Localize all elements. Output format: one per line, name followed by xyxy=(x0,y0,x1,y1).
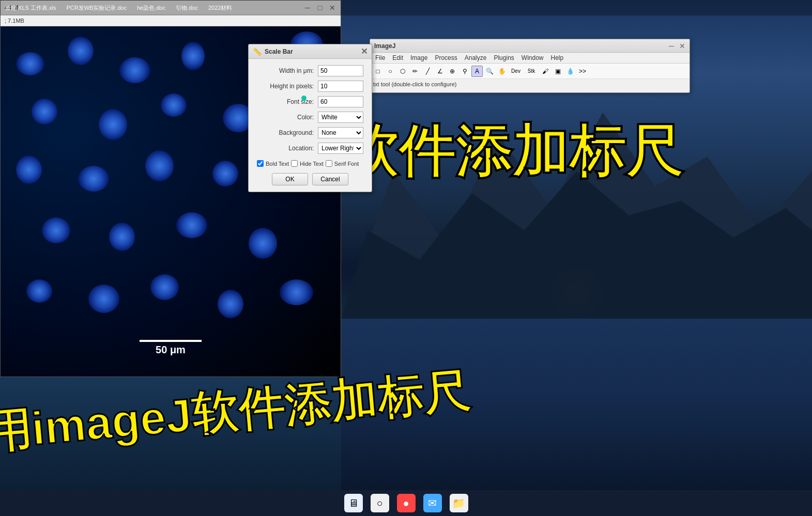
taskbar-icon-1[interactable]: 🖥 xyxy=(344,494,363,512)
tool-stk[interactable]: Stk xyxy=(524,66,539,77)
nucleus-14 xyxy=(145,150,174,181)
tool-line[interactable]: ╱ xyxy=(422,66,433,77)
tool-polygon[interactable]: ⬡ xyxy=(397,66,408,77)
nucleus-22 xyxy=(88,285,119,313)
taskbar-item-pcr[interactable]: PCR发WB实验记录.doc xyxy=(66,4,127,12)
imagej-title: ImageJ xyxy=(374,42,395,50)
microscopy-statusbar: ; 7.1MB xyxy=(1,15,341,26)
hide-text-input[interactable] xyxy=(291,160,298,167)
bold-text-input[interactable] xyxy=(257,160,264,167)
color-select[interactable]: White Black Gray Red Green Blue Yellow xyxy=(318,112,363,123)
nucleus-17 xyxy=(42,217,70,243)
ok-button[interactable]: OK xyxy=(272,173,308,185)
height-input[interactable] xyxy=(318,81,363,92)
dialog-body: Width in μm: Height in pixels: Font size… xyxy=(249,59,372,192)
tool-fill[interactable]: ▣ xyxy=(552,66,563,77)
tool-zoom[interactable]: 🔍 xyxy=(484,66,495,77)
background-select-wrap: None White Black xyxy=(318,127,363,138)
nucleus-1 xyxy=(16,52,44,75)
color-select-wrap: White Black Gray Red Green Blue Yellow xyxy=(318,112,363,123)
background-row: Background: None White Black xyxy=(257,127,363,138)
nucleus-9 xyxy=(161,93,187,117)
background-select[interactable]: None White Black xyxy=(318,127,363,138)
imagej-statusbar: txt tool (double-click to configure) xyxy=(370,79,690,89)
menu-plugins[interactable]: Plugins xyxy=(491,54,517,62)
nucleus-13 xyxy=(78,166,109,192)
imagej-status-text: txt tool (double-click to configure) xyxy=(373,81,456,87)
taskbar-item-primers[interactable]: 引物.doc xyxy=(176,4,198,12)
taskbar-item-2022[interactable]: 2022材料 xyxy=(208,4,232,12)
menu-help[interactable]: Help xyxy=(548,54,567,62)
imagej-close[interactable]: ✕ xyxy=(679,42,685,50)
bold-text-label: Bold Text xyxy=(266,161,289,167)
imagej-menubar: File Edit Image Process Analyze Plugins … xyxy=(370,53,690,64)
width-label: Width in μm: xyxy=(257,67,318,74)
nucleus-20 xyxy=(249,228,277,259)
imagej-window: ImageJ ─ ✕ File Edit Image Process Analy… xyxy=(370,39,690,93)
color-label: Color: xyxy=(257,114,318,121)
scale-bar-line xyxy=(140,340,202,342)
menu-file[interactable]: File xyxy=(372,54,388,62)
nucleus-2 xyxy=(68,37,94,65)
serif-font-label: Serif Font xyxy=(334,161,359,167)
nucleus-15 xyxy=(212,161,238,186)
taskbar-icon-4[interactable]: ✉ xyxy=(423,494,442,512)
tool-angle[interactable]: ∠ xyxy=(434,66,446,77)
taskbar-icon-2[interactable]: ○ xyxy=(371,494,389,512)
tool-paintbrush[interactable]: 🖌 xyxy=(540,66,551,77)
tool-more[interactable]: >> xyxy=(577,66,588,77)
scale-bar-dialog: 📏 Scale Bar ✕ Width in μm: Height in pix… xyxy=(248,44,372,192)
scale-bar-label: 50 μm xyxy=(156,344,186,355)
font-size-input[interactable] xyxy=(318,96,363,107)
serif-font-input[interactable] xyxy=(326,160,332,167)
serif-font-checkbox[interactable]: Serif Font xyxy=(326,160,359,167)
cancel-button[interactable]: Cancel xyxy=(312,173,348,185)
tool-oval[interactable]: ○ xyxy=(385,66,396,77)
nucleus-12 xyxy=(16,155,42,184)
taskbar-item-he[interactable]: he染色.doc xyxy=(137,4,165,12)
dialog-title: Scale Bar xyxy=(265,48,293,55)
menu-analyze[interactable]: Analyze xyxy=(462,54,490,62)
tool-point[interactable]: ⊕ xyxy=(447,66,458,77)
dialog-close-button[interactable]: ✕ xyxy=(361,46,367,56)
imagej-titlebar: ImageJ ─ ✕ xyxy=(370,39,690,53)
tool-rectangle[interactable]: □ xyxy=(372,66,384,77)
menu-window[interactable]: Window xyxy=(518,54,547,62)
tool-text[interactable]: A xyxy=(471,66,483,77)
menu-process[interactable]: Process xyxy=(432,54,460,62)
font-size-label: Font size: xyxy=(257,98,318,105)
checkbox-group: Bold Text Hide Text Serif Font xyxy=(257,158,363,171)
location-select[interactable]: Lower Right Lower Left Upper Right Upper… xyxy=(318,143,363,154)
tool-hand[interactable]: ✋ xyxy=(496,66,508,77)
taskbar-icon-5[interactable]: 📁 xyxy=(450,494,468,512)
location-select-wrap: Lower Right Lower Left Upper Right Upper… xyxy=(318,143,363,154)
taskbar-item-xls[interactable]: 新建 XLS 工作表.xls xyxy=(5,4,56,12)
height-row: Height in pixels: xyxy=(257,81,363,92)
cursor-indicator xyxy=(301,96,307,101)
height-label: Height in pixels: xyxy=(257,83,318,90)
tool-eyedropper[interactable]: 💧 xyxy=(564,66,576,77)
tool-wand[interactable]: ⚲ xyxy=(459,66,470,77)
menu-image[interactable]: Image xyxy=(407,54,431,62)
location-row: Location: Lower Right Lower Left Upper R… xyxy=(257,143,363,154)
nucleus-7 xyxy=(32,99,57,124)
imagej-toolbar: □ ○ ⬡ ✏ ╱ ∠ ⊕ ⚲ A 🔍 ✋ Dev Stk 🖌 ▣ 💧 >> xyxy=(370,64,690,79)
dialog-buttons-group: OK Cancel xyxy=(257,171,363,185)
menu-edit[interactable]: Edit xyxy=(389,54,406,62)
tool-dev[interactable]: Dev xyxy=(509,66,523,77)
font-size-row: Font size: xyxy=(257,96,363,107)
bold-text-checkbox[interactable]: Bold Text xyxy=(257,160,289,167)
nucleus-18 xyxy=(109,223,135,251)
scale-bar-overlay: 50 μm xyxy=(140,340,202,356)
nucleus-24 xyxy=(218,290,243,318)
width-row: Width in μm: xyxy=(257,65,363,76)
imagej-window-controls: ─ ✕ xyxy=(669,42,685,50)
tool-freehand[interactable]: ✏ xyxy=(409,66,421,77)
width-input[interactable] xyxy=(318,65,363,76)
taskbar-icon-3[interactable]: ● xyxy=(397,494,416,512)
imagej-minimize[interactable]: ─ xyxy=(669,42,674,50)
hide-text-label: Hide Text xyxy=(300,161,324,167)
nucleus-23 xyxy=(150,274,179,300)
hide-text-checkbox[interactable]: Hide Text xyxy=(291,160,324,167)
location-label: Location: xyxy=(257,145,318,152)
